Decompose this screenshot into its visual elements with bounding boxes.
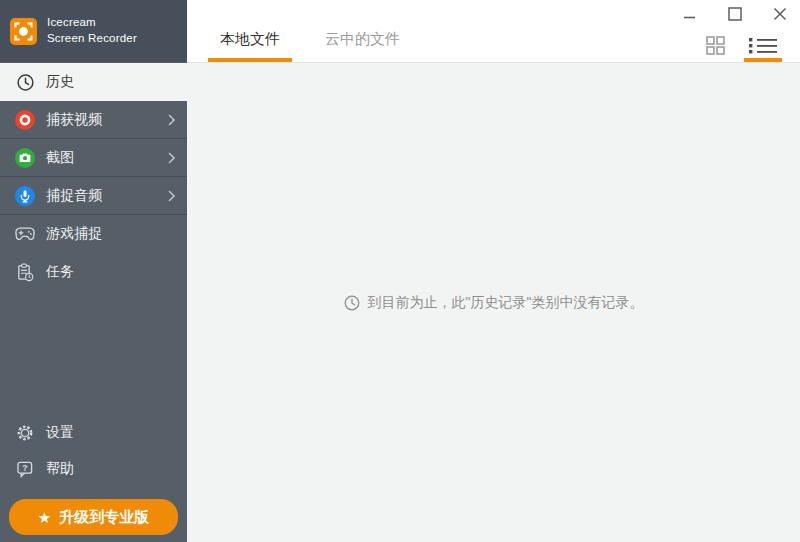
tasks-icon (15, 262, 35, 282)
sidebar-item-game-capture[interactable]: 游戏捕捉 (0, 215, 187, 253)
main-area: 本地文件 云中的文件 (187, 0, 800, 542)
tab-label: 本地文件 (220, 30, 280, 47)
close-icon (773, 7, 787, 21)
app-title-line1: Icecream (47, 15, 137, 31)
chevron-right-icon (168, 114, 175, 126)
star-icon: ★ (38, 510, 51, 525)
tab-bar: 本地文件 云中的文件 (208, 30, 433, 62)
sidebar-item-history[interactable]: 历史 (0, 63, 187, 101)
minimize-button[interactable] (682, 6, 697, 22)
sidebar-item-help[interactable]: ? 帮助 (0, 451, 187, 487)
maximize-icon (728, 7, 742, 21)
sidebar-item-label: 游戏捕捉 (46, 225, 102, 243)
sidebar-item-label: 设置 (46, 424, 74, 442)
grid-view-button[interactable] (703, 32, 728, 62)
gamepad-icon (15, 224, 35, 244)
sidebar-item-label: 任务 (46, 263, 74, 281)
close-button[interactable] (772, 6, 787, 22)
gear-icon (15, 423, 35, 443)
question-mark-glyph: ? (22, 463, 27, 473)
tab-cloud-files[interactable]: 云中的文件 (313, 30, 412, 62)
upgrade-button-label: 升级到专业版 (59, 508, 149, 527)
tab-local-files[interactable]: 本地文件 (208, 30, 292, 62)
sidebar-menu: 历史 捕获视频 (0, 62, 187, 291)
clock-icon (344, 295, 360, 311)
window-controls (682, 6, 787, 22)
sidebar-item-label: 截图 (46, 149, 74, 167)
view-toggle (703, 32, 780, 62)
chevron-right-icon (168, 152, 175, 164)
sidebar-item-label: 历史 (46, 73, 74, 91)
microphone-icon (15, 186, 35, 206)
app-logo: Icecream Screen Recorder (0, 0, 187, 62)
screen-recorder-logo-icon (10, 18, 37, 45)
sidebar-item-tasks[interactable]: 任务 (0, 253, 187, 291)
screenshot-camera-icon (15, 148, 35, 168)
chevron-right-icon (168, 190, 175, 202)
list-view-button[interactable] (746, 32, 780, 62)
app-window: Icecream Screen Recorder 历史 (0, 0, 800, 542)
minimize-icon (683, 7, 696, 21)
empty-state-message: 到目前为止，此"历史记录"类别中没有记录。 (368, 294, 644, 312)
content-area: 到目前为止，此"历史记录"类别中没有记录。 (187, 63, 800, 542)
record-video-icon (15, 110, 35, 130)
app-title-line2: Screen Recorder (47, 31, 137, 47)
tab-label: 云中的文件 (325, 30, 400, 47)
maximize-button[interactable] (727, 6, 742, 22)
sidebar-item-label: 捕获视频 (46, 111, 102, 129)
app-title: Icecream Screen Recorder (47, 15, 137, 46)
sidebar-spacer (0, 291, 187, 414)
help-icon: ? (15, 459, 35, 479)
topbar: 本地文件 云中的文件 (187, 0, 800, 63)
list-view-icon (749, 37, 777, 58)
upgrade-to-pro-button[interactable]: ★ 升级到专业版 (9, 499, 178, 535)
grid-view-icon (706, 36, 725, 59)
sidebar-item-settings[interactable]: 设置 (0, 415, 187, 451)
sidebar-item-screenshot[interactable]: 截图 (0, 139, 187, 177)
sidebar-item-capture-audio[interactable]: 捕捉音频 (0, 177, 187, 215)
sidebar: Icecream Screen Recorder 历史 (0, 0, 187, 542)
clock-icon (15, 72, 35, 92)
sidebar-bottom-menu: 设置 ? 帮助 (0, 414, 187, 487)
empty-state: 到目前为止，此"历史记录"类别中没有记录。 (344, 294, 644, 312)
sidebar-item-label: 帮助 (46, 460, 74, 478)
sidebar-item-capture-video[interactable]: 捕获视频 (0, 101, 187, 139)
sidebar-item-label: 捕捉音频 (46, 187, 102, 205)
